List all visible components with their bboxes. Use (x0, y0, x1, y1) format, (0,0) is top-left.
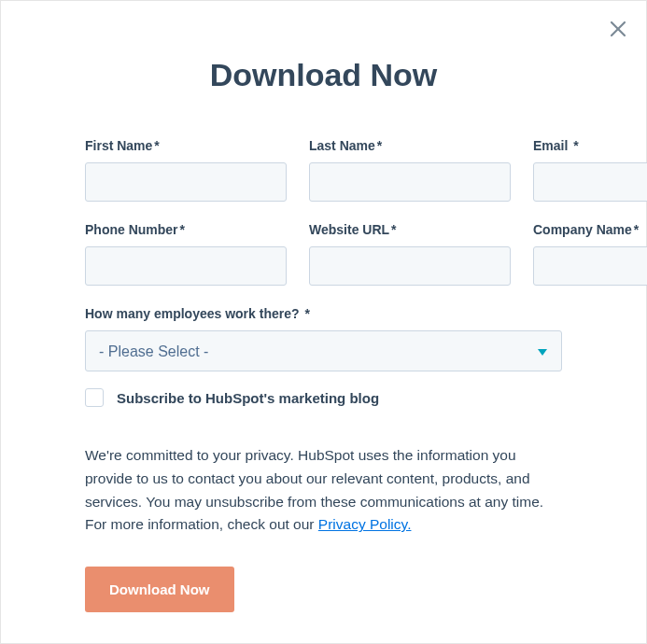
form-group-employees: How many employees work there? * - Pleas… (85, 306, 562, 371)
label-text: Last Name (309, 138, 375, 153)
label-text: How many employees work there? (85, 306, 300, 321)
employees-select[interactable]: - Please Select - (85, 330, 562, 371)
form-group-email: Email * (533, 138, 647, 202)
label-text: Company Name (533, 222, 632, 237)
privacy-policy-link[interactable]: Privacy Policy. (318, 516, 412, 532)
phone-input[interactable] (85, 246, 287, 286)
form-group-company: Company Name* (533, 222, 647, 286)
required-asterisk: * (304, 306, 309, 321)
form-row: First Name* Last Name* Email * (85, 138, 562, 202)
first-name-input[interactable] (85, 162, 287, 202)
form-group-first-name: First Name* (85, 138, 287, 202)
required-asterisk: * (634, 222, 639, 237)
email-label: Email * (533, 138, 647, 153)
required-asterisk: * (154, 138, 159, 153)
subscribe-checkbox-row: Subscribe to HubSpot's marketing blog (85, 388, 562, 407)
label-text: Website URL (309, 222, 389, 237)
required-asterisk: * (391, 222, 396, 237)
required-asterisk: * (180, 222, 185, 237)
email-input[interactable] (533, 162, 647, 202)
first-name-label: First Name* (85, 138, 287, 153)
employees-label: How many employees work there? * (85, 306, 562, 321)
subscribe-checkbox[interactable] (85, 388, 104, 407)
label-text: Email (533, 138, 568, 153)
website-input[interactable] (309, 246, 511, 286)
modal-title: Download Now (85, 57, 562, 93)
label-text: First Name (85, 138, 152, 153)
employees-select-wrap: - Please Select - (85, 330, 562, 371)
form-row: Phone Number* Website URL* Company Name* (85, 222, 562, 286)
close-icon (607, 18, 629, 40)
last-name-label: Last Name* (309, 138, 511, 153)
required-asterisk: * (573, 138, 578, 153)
form-group-website: Website URL* (309, 222, 511, 286)
form-group-phone: Phone Number* (85, 222, 287, 286)
form-group-last-name: Last Name* (309, 138, 511, 202)
privacy-body: We're committed to your privacy. HubSpot… (85, 447, 543, 532)
close-button[interactable] (607, 18, 629, 40)
privacy-text: We're committed to your privacy. HubSpot… (85, 444, 562, 537)
company-label: Company Name* (533, 222, 647, 237)
website-label: Website URL* (309, 222, 511, 237)
download-modal: Download Now First Name* Last Name* Emai… (0, 0, 647, 644)
label-text: Phone Number (85, 222, 178, 237)
subscribe-label: Subscribe to HubSpot's marketing blog (117, 390, 379, 406)
phone-label: Phone Number* (85, 222, 287, 237)
download-now-button[interactable]: Download Now (85, 567, 234, 612)
required-asterisk: * (377, 138, 382, 153)
company-input[interactable] (533, 246, 647, 286)
last-name-input[interactable] (309, 162, 511, 202)
